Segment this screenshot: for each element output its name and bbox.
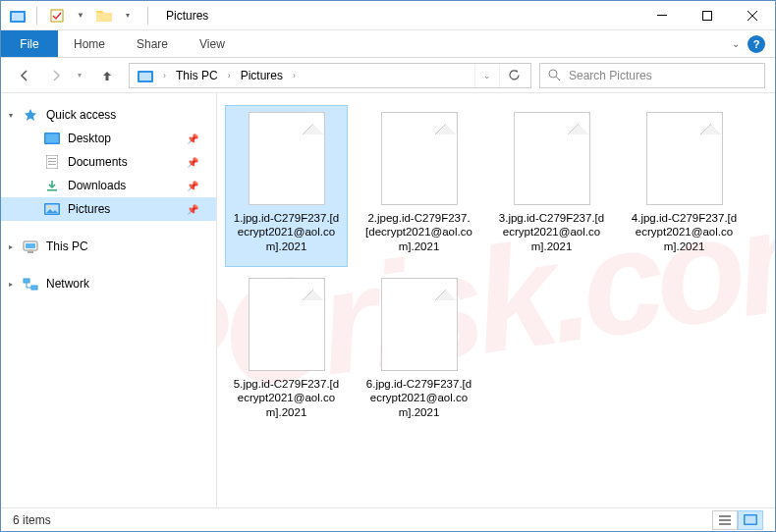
chevron-right-icon[interactable]: ›: [159, 71, 170, 80]
file-name: 4.jpg.id-C279F237.[decrypt2021@aol.com].…: [628, 211, 741, 253]
minimize-button[interactable]: [639, 1, 685, 30]
divider: [36, 7, 37, 25]
pin-icon: 📌: [187, 133, 198, 144]
sidebar-item-downloads[interactable]: Downloads 📌: [1, 174, 216, 197]
svg-rect-4: [657, 15, 667, 16]
desktop-icon: [44, 131, 60, 146]
chevron-right-icon[interactable]: ›: [224, 71, 235, 80]
svg-rect-3: [96, 13, 112, 22]
pin-icon: 📌: [187, 181, 198, 191]
search-input[interactable]: Search Pictures: [539, 63, 765, 88]
svg-point-18: [48, 206, 50, 208]
chevron-right-icon[interactable]: ›: [289, 71, 300, 80]
file-name: 6.jpg.id-C279F237.[decrypt2021@aol.com].…: [362, 377, 475, 419]
refresh-button[interactable]: [499, 64, 528, 87]
titlebar-left: ▼ ▾ Pictures: [1, 6, 208, 26]
tab-share[interactable]: Share: [121, 30, 184, 57]
computer-icon: [23, 239, 38, 254]
navbar: ▾ › This PC › Pictures › ⌄ Search Pictur…: [1, 58, 775, 93]
file-item[interactable]: 6.jpg.id-C279F237.[decrypt2021@aol.com].…: [358, 271, 480, 433]
forward-button[interactable]: [42, 62, 70, 89]
search-icon: [548, 69, 561, 81]
ribbon: File Home Share View ⌄ ?: [1, 30, 775, 58]
svg-rect-2: [51, 10, 63, 22]
content-area[interactable]: PCrisk.com 1.jpg.id-C279F237.[decrypt202…: [217, 93, 775, 507]
pin-icon: 📌: [187, 157, 198, 168]
qat-newfolder-icon[interactable]: [94, 6, 114, 26]
sidebar-item-label: Documents: [68, 155, 128, 169]
svg-rect-12: [48, 158, 56, 159]
svg-point-8: [549, 70, 557, 78]
details-view-button[interactable]: [712, 510, 738, 530]
svg-rect-5: [703, 11, 712, 20]
caret-right-icon: ▸: [9, 280, 13, 289]
address-dropdown[interactable]: ⌄: [474, 64, 499, 87]
svg-rect-20: [26, 243, 35, 248]
star-icon: [23, 107, 38, 123]
file-name: 1.jpg.id-C279F237.[decrypt2021@aol.com].…: [230, 211, 343, 253]
file-name: 2.jpeg.id-C279F237.[decrypt2021@aol.com]…: [362, 211, 475, 253]
file-item[interactable]: 5.jpg.id-C279F237.[decrypt2021@aol.com].…: [225, 271, 348, 433]
file-name: 3.jpg.id-C279F237.[decrypt2021@aol.com].…: [495, 211, 608, 253]
sidebar-item-desktop[interactable]: Desktop 📌: [1, 127, 216, 150]
documents-icon: [44, 154, 60, 170]
file-icon: [249, 278, 325, 371]
sidebar-label: Network: [46, 277, 89, 291]
sidebar-item-label: Downloads: [68, 179, 126, 192]
tab-view[interactable]: View: [184, 30, 241, 57]
svg-rect-26: [719, 523, 731, 525]
svg-rect-15: [47, 189, 57, 191]
view-toggle: [712, 510, 763, 530]
qat-dropdown-icon[interactable]: ▼: [71, 6, 90, 26]
file-tab[interactable]: File: [1, 30, 58, 57]
svg-rect-7: [139, 73, 151, 80]
svg-rect-23: [31, 286, 37, 290]
file-icon: [646, 112, 723, 205]
sidebar: ▾ Quick access Desktop 📌 Documents 📌 Dow…: [1, 93, 217, 507]
divider: [147, 7, 148, 25]
file-item[interactable]: 4.jpg.id-C279F237.[decrypt2021@aol.com].…: [623, 105, 746, 267]
breadcrumb-root-icon[interactable]: [132, 64, 159, 87]
sidebar-network[interactable]: ▸ Network: [1, 272, 216, 295]
history-dropdown[interactable]: ▾: [74, 71, 85, 80]
up-button[interactable]: [95, 64, 119, 87]
downloads-icon: [44, 178, 60, 193]
qat-menu-dropdown-icon[interactable]: ▾: [118, 6, 138, 26]
statusbar: 6 items: [1, 507, 775, 531]
breadcrumb-pictures[interactable]: Pictures: [235, 64, 289, 87]
file-icon: [381, 278, 458, 371]
maximize-button[interactable]: [685, 1, 730, 30]
sidebar-item-label: Desktop: [68, 132, 111, 145]
search-placeholder: Search Pictures: [569, 69, 652, 82]
svg-rect-22: [24, 279, 29, 283]
svg-rect-10: [46, 134, 59, 143]
sidebar-item-label: Pictures: [68, 202, 110, 216]
titlebar: ▼ ▾ Pictures: [1, 1, 775, 30]
file-icon: [381, 112, 458, 205]
address-bar[interactable]: › This PC › Pictures › ⌄: [129, 63, 531, 88]
app-icon[interactable]: [9, 7, 27, 25]
breadcrumb-thispc[interactable]: This PC: [170, 64, 224, 87]
help-icon[interactable]: ?: [748, 35, 765, 53]
network-icon: [23, 276, 38, 292]
main: ▾ Quick access Desktop 📌 Documents 📌 Dow…: [1, 93, 775, 507]
qat-properties-icon[interactable]: [47, 6, 67, 26]
file-item[interactable]: 3.jpg.id-C279F237.[decrypt2021@aol.com].…: [490, 105, 613, 267]
file-name: 5.jpg.id-C279F237.[decrypt2021@aol.com].…: [230, 377, 343, 419]
sidebar-item-documents[interactable]: Documents 📌: [1, 150, 216, 174]
svg-rect-24: [719, 515, 731, 517]
sidebar-quick-access[interactable]: ▾ Quick access: [1, 103, 216, 127]
file-item[interactable]: 2.jpeg.id-C279F237.[decrypt2021@aol.com]…: [358, 105, 480, 267]
icons-view-button[interactable]: [738, 510, 763, 530]
tab-home[interactable]: Home: [58, 30, 121, 57]
close-button[interactable]: [730, 1, 775, 30]
sidebar-this-pc[interactable]: ▸ This PC: [1, 235, 216, 258]
sidebar-label: Quick access: [46, 108, 116, 122]
file-icon: [514, 112, 590, 205]
sidebar-label: This PC: [46, 239, 88, 253]
file-item[interactable]: 1.jpg.id-C279F237.[decrypt2021@aol.com].…: [225, 105, 348, 267]
file-icon: [249, 112, 325, 205]
expand-ribbon-icon[interactable]: ⌄: [732, 38, 740, 49]
back-button[interactable]: [11, 62, 38, 89]
sidebar-item-pictures[interactable]: Pictures 📌: [1, 197, 216, 221]
